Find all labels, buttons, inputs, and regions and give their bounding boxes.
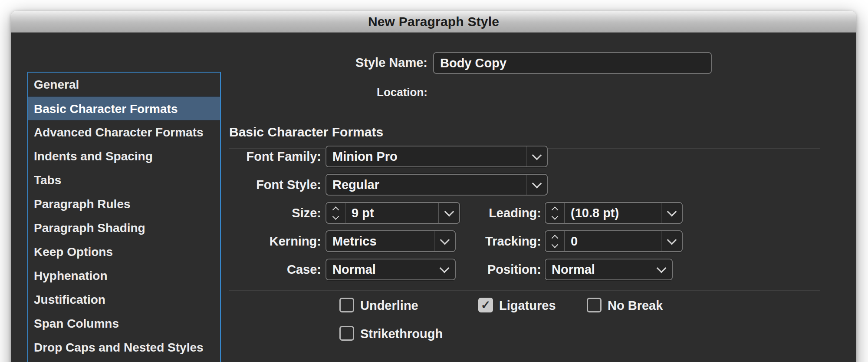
size-dropdown[interactable]: 9 pt <box>326 202 460 224</box>
sidebar-item-tabs[interactable]: Tabs <box>28 168 220 192</box>
tracking-dropdown[interactable]: 0 <box>545 230 683 252</box>
case-label: Case: <box>208 259 321 280</box>
sidebar-item-drop-caps-and-nested-styles[interactable]: Drop Caps and Nested Styles <box>28 335 220 359</box>
font-style-label: Font Style: <box>208 174 321 196</box>
tracking-value: 0 <box>565 231 661 251</box>
style-name-input[interactable] <box>433 52 712 74</box>
strikethrough-checkbox[interactable]: ✓ <box>339 326 354 341</box>
sidebar-item-span-columns[interactable]: Span Columns <box>28 312 220 335</box>
dialog-titlebar[interactable]: New Paragraph Style <box>11 11 856 33</box>
sidebar-item-paragraph-rules[interactable]: Paragraph Rules <box>28 192 220 216</box>
chevron-down-icon <box>526 146 547 166</box>
kerning-label: Kerning: <box>208 230 321 252</box>
font-family-label: Font Family: <box>208 146 321 167</box>
chevron-down-icon <box>661 231 682 251</box>
ligatures-label: Ligatures <box>499 298 556 312</box>
size-stepper[interactable] <box>326 203 345 223</box>
sidebar-item-paragraph-shading[interactable]: Paragraph Shading <box>28 216 220 240</box>
size-label: Size: <box>208 202 321 224</box>
font-family-value: Minion Pro <box>326 146 526 166</box>
leading-stepper[interactable] <box>546 203 565 223</box>
position-value: Normal <box>546 259 651 279</box>
sidebar-item-basic-character-formats[interactable]: Basic Character Formats <box>28 96 220 120</box>
sidebar-item-grep-style[interactable]: GREP Style <box>28 359 220 362</box>
stepper-up-icon[interactable] <box>552 206 559 213</box>
chevron-down-icon <box>526 175 547 195</box>
leading-dropdown[interactable]: (10.8 pt) <box>545 202 683 224</box>
underline-checkbox[interactable]: ✓ <box>339 298 354 312</box>
font-style-dropdown[interactable]: Regular <box>326 174 548 196</box>
position-label: Position: <box>446 259 541 280</box>
underline-label: Underline <box>360 298 418 312</box>
sidebar-item-general[interactable]: General <box>28 73 220 96</box>
location-label: Location: <box>315 86 427 99</box>
checkmark-icon: ✓ <box>481 299 491 311</box>
stepper-down-icon[interactable] <box>552 241 559 248</box>
font-family-dropdown[interactable]: Minion Pro <box>326 146 548 167</box>
dialog-body: General Basic Character Formats Advanced… <box>11 33 856 362</box>
stepper-down-icon[interactable] <box>332 213 339 220</box>
position-dropdown[interactable]: Normal <box>545 259 673 280</box>
no-break-checkbox[interactable]: ✓ <box>587 298 602 312</box>
kerning-dropdown[interactable]: Metrics <box>326 230 456 252</box>
new-paragraph-style-dialog: New Paragraph Style General Basic Charac… <box>11 11 856 362</box>
stepper-up-icon[interactable] <box>332 206 339 213</box>
chevron-down-icon <box>661 203 682 223</box>
style-name-label: Style Name: <box>315 56 427 70</box>
sidebar-item-justification[interactable]: Justification <box>28 288 220 312</box>
chevron-down-icon <box>651 259 672 279</box>
sidebar-item-hyphenation[interactable]: Hyphenation <box>28 264 220 288</box>
tracking-label: Tracking: <box>446 230 541 252</box>
case-dropdown[interactable]: Normal <box>326 259 456 280</box>
section-divider-bottom <box>229 290 820 291</box>
strikethrough-label: Strikethrough <box>360 326 443 341</box>
sidebar-item-indents-and-spacing[interactable]: Indents and Spacing <box>28 144 220 168</box>
size-value: 9 pt <box>345 203 438 223</box>
section-heading: Basic Character Formats <box>229 125 383 139</box>
leading-value: (10.8 pt) <box>565 203 661 223</box>
style-options-list: General Basic Character Formats Advanced… <box>27 72 221 362</box>
stepper-down-icon[interactable] <box>552 213 559 220</box>
tracking-stepper[interactable] <box>546 231 565 251</box>
dialog-title: New Paragraph Style <box>368 14 499 29</box>
no-break-label: No Break <box>608 298 663 312</box>
leading-label: Leading: <box>446 202 541 224</box>
sidebar-item-keep-options[interactable]: Keep Options <box>28 240 220 264</box>
kerning-value: Metrics <box>326 231 434 251</box>
font-style-value: Regular <box>326 175 526 195</box>
ligatures-checkbox[interactable]: ✓ <box>478 298 493 312</box>
stepper-up-icon[interactable] <box>552 235 559 242</box>
sidebar-item-advanced-character-formats[interactable]: Advanced Character Formats <box>28 120 220 144</box>
case-value: Normal <box>326 259 434 279</box>
